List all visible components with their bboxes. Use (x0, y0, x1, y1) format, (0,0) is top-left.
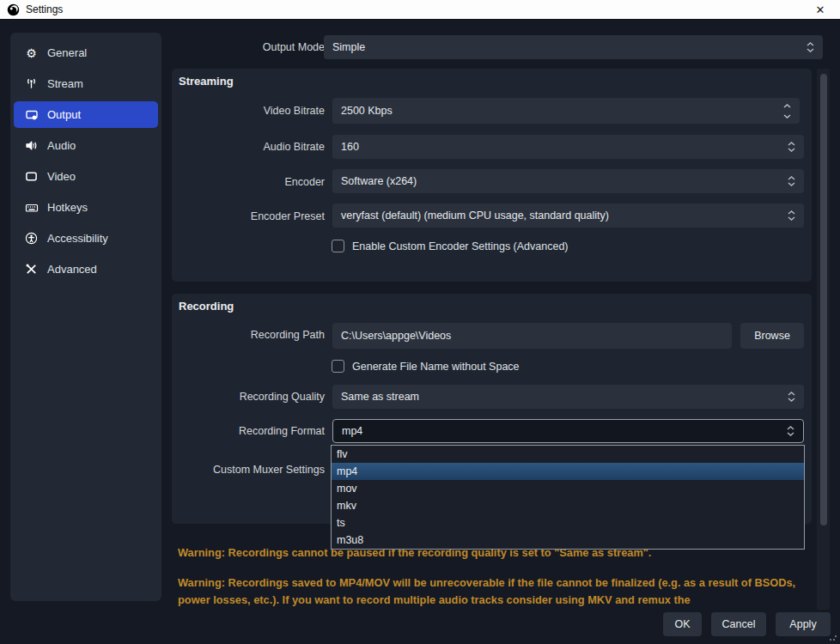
recording-quality-value: Same as stream (341, 391, 419, 403)
chevron-updown-icon (788, 392, 795, 402)
encoder-preset-select[interactable]: veryfast (default) (medium CPU usage, st… (332, 204, 804, 228)
ok-button[interactable]: OK (663, 612, 702, 636)
dropdown-option-m3u8[interactable]: m3u8 (332, 532, 804, 549)
screen-share-icon (24, 107, 39, 122)
cancel-button[interactable]: Cancel (711, 612, 766, 636)
window-title: Settings (26, 3, 63, 15)
sidebar-item-audio[interactable]: Audio (14, 132, 158, 159)
chevron-updown-icon (787, 426, 794, 436)
recording-header: Recording (179, 300, 234, 313)
scrollbar-thumb[interactable] (820, 74, 827, 526)
chevron-updown-icon (807, 42, 814, 52)
sidebar-item-stream[interactable]: Stream (14, 70, 158, 97)
recording-path-label: Recording Path (172, 329, 325, 341)
dropdown-option-mp4[interactable]: mp4 (332, 463, 804, 480)
no-space-checkbox-label: Generate File Name without Space (352, 361, 520, 373)
recording-quality-select[interactable]: Same as stream (332, 385, 804, 409)
audio-bitrate-value: 160 (341, 141, 359, 153)
no-space-checkbox[interactable] (332, 360, 344, 373)
sidebar-item-video[interactable]: Video (14, 163, 158, 190)
spinbox-arrows-icon[interactable] (783, 104, 791, 118)
sidebar-item-label: Hotkeys (47, 201, 88, 214)
recording-format-value: mp4 (342, 425, 362, 437)
resize-grip[interactable] (829, 633, 837, 641)
video-bitrate-value: 2500 Kbps (341, 105, 393, 117)
encoder-preset-value: veryfast (default) (medium CPU usage, st… (341, 210, 609, 222)
apply-button[interactable]: Apply (776, 612, 831, 636)
obs-logo-icon (7, 3, 20, 16)
recording-quality-label: Recording Quality (172, 391, 325, 403)
tools-icon (24, 262, 39, 276)
sidebar-item-label: Advanced (47, 263, 97, 276)
settings-window: Settings ✕ ⚙ General Stream (0, 0, 840, 644)
dropdown-option-mov[interactable]: mov (332, 480, 804, 497)
sidebar-item-hotkeys[interactable]: Hotkeys (14, 194, 158, 221)
dropdown-option-mkv[interactable]: mkv (332, 497, 804, 514)
output-mode-select[interactable]: Simple (324, 35, 823, 59)
sidebar-item-accessibility[interactable]: Accessibility (14, 225, 158, 252)
encoder-preset-label: Encoder Preset (172, 210, 325, 222)
keyboard-icon (24, 200, 39, 215)
titlebar: Settings ✕ (0, 0, 840, 20)
sidebar-item-output[interactable]: Output (14, 101, 158, 128)
sidebar-item-label: Output (47, 108, 81, 121)
browse-button[interactable]: Browse (740, 323, 804, 349)
video-bitrate-label: Video Bitrate (172, 105, 325, 117)
antenna-icon (24, 76, 39, 91)
dropdown-option-flv[interactable]: flv (332, 446, 804, 463)
audio-bitrate-select[interactable]: 160 (332, 135, 804, 159)
sidebar-item-label: Audio (47, 139, 76, 152)
sidebar-item-label: General (47, 46, 87, 59)
recording-format-select[interactable]: mp4 (332, 419, 804, 443)
sidebar-item-label: Video (47, 170, 76, 183)
recording-format-label: Recording Format (172, 425, 325, 437)
custom-encoder-checkbox[interactable] (332, 240, 344, 252)
gear-icon: ⚙ (24, 46, 39, 60)
output-mode-value: Simple (332, 41, 365, 53)
streaming-header: Streaming (179, 75, 234, 88)
recording-format-dropdown: flv mp4 mov mkv ts m3u8 (331, 445, 805, 550)
recording-path-value: C:\Users\appge\Videos (341, 330, 451, 342)
custom-encoder-checkbox-label: Enable Custom Encoder Settings (Advanced… (352, 240, 569, 252)
chevron-updown-icon (788, 176, 795, 186)
video-bitrate-spinbox[interactable]: 2500 Kbps (332, 98, 800, 124)
audio-bitrate-label: Audio Bitrate (172, 141, 325, 153)
output-mode-label: Output Mode (172, 41, 325, 53)
dropdown-option-ts[interactable]: ts (332, 514, 804, 532)
chevron-updown-icon (788, 210, 795, 221)
chevron-updown-icon (788, 142, 795, 152)
sidebar-item-advanced[interactable]: Advanced (14, 256, 158, 283)
speaker-icon (24, 138, 39, 153)
sidebar-item-label: Stream (47, 77, 83, 90)
display-icon (24, 169, 39, 184)
warning-mp4-text: Warning: Recordings saved to MP4/MOV wil… (178, 574, 812, 609)
sidebar-item-general[interactable]: ⚙ General (14, 39, 158, 66)
encoder-select[interactable]: Software (x264) (332, 169, 804, 193)
sidebar-item-label: Accessibility (47, 232, 108, 245)
settings-sidebar: ⚙ General Stream Output (10, 33, 161, 601)
recording-path-input[interactable]: C:\Users\appge\Videos (332, 323, 732, 349)
custom-muxer-label: Custom Muxer Settings (172, 464, 325, 476)
accessibility-icon (24, 231, 39, 246)
encoder-value: Software (x264) (341, 175, 417, 187)
encoder-label: Encoder (172, 176, 325, 188)
close-icon[interactable]: ✕ (807, 3, 833, 16)
